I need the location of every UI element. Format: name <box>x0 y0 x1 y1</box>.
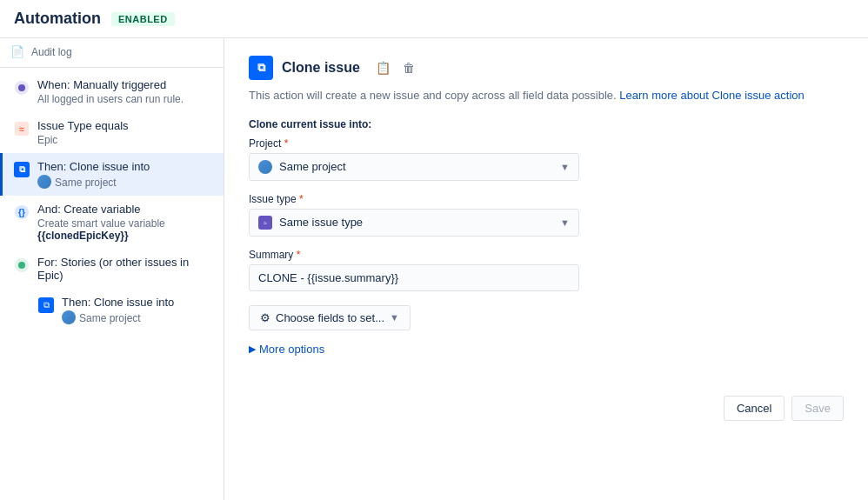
detail-header-actions: 📋 🗑 <box>372 59 418 77</box>
sidebar-item-sub2: {{clonedEpicKey}} <box>37 230 213 242</box>
section-title: Clone current issue into: <box>249 118 844 130</box>
sidebar-item-title: For: Stories (or other issues in Epic) <box>37 256 213 282</box>
delete-button[interactable]: 🗑 <box>399 59 418 77</box>
cancel-button[interactable]: Cancel <box>724 396 785 421</box>
detail-footer: Cancel Save <box>249 389 844 421</box>
svg-text:≈: ≈ <box>264 220 267 226</box>
chevron-down-icon: ▼ <box>560 217 570 228</box>
svg-text:≈: ≈ <box>19 124 24 134</box>
choose-fields-button[interactable]: ⚙ Choose fields to set... ▼ <box>249 305 411 330</box>
chevron-right-icon: ▶ <box>249 343 256 355</box>
gear-icon: ⚙ <box>260 311 270 324</box>
sidebar-item-sub: Create smart value variable <box>37 217 213 230</box>
sidebar-item-title: When: Manually triggered <box>37 78 213 91</box>
sidebar-item-title: Then: Clone issue into <box>62 296 213 309</box>
sidebar-item-audit-log[interactable]: 📄 Audit log <box>0 38 224 63</box>
app-title: Automation <box>14 10 101 28</box>
project-select[interactable]: Same project ▼ <box>249 153 579 181</box>
clone-nested-icon: ⧉ <box>37 297 55 314</box>
more-options-button[interactable]: ▶ More options <box>249 341 324 357</box>
clone-section: Clone current issue into: Project * Same… <box>249 118 844 375</box>
sidebar-item-when-manually[interactable]: When: Manually triggered All logged in u… <box>0 71 224 112</box>
audit-icon: 📄 <box>10 45 24 58</box>
detail-description: This action will create a new issue and … <box>249 87 844 104</box>
top-bar: Automation ENABLED <box>0 0 868 38</box>
sidebar-item-title: Then: Clone issue into <box>37 160 213 173</box>
globe-icon <box>37 175 51 189</box>
for-icon <box>13 257 30 274</box>
detail-title: Clone issue <box>282 60 360 76</box>
sidebar-item-title: Issue Type equals <box>37 119 213 132</box>
summary-label: Summary * <box>249 249 844 261</box>
summary-input[interactable] <box>249 264 579 291</box>
main-content: 📄 Audit log When: Manually triggered All… <box>0 38 868 500</box>
issue-type-icon: ≈ <box>13 120 30 137</box>
sidebar-item-clone-active[interactable]: ⧉ Then: Clone issue into Same project <box>0 153 224 196</box>
trigger-icon <box>13 79 30 97</box>
sidebar-item-sub: Same project <box>55 177 117 189</box>
detail-panel: ⧉ Clone issue 📋 🗑 This action will creat… <box>224 38 868 500</box>
svg-text:{}: {} <box>18 208 25 217</box>
sidebar-item-clone-nested[interactable]: ⧉ Then: Clone issue into Same project <box>24 289 224 331</box>
sidebar-item-sub: Same project <box>79 312 141 324</box>
project-label: Project * <box>249 137 844 150</box>
sidebar-item-issue-type[interactable]: ≈ Issue Type equals Epic <box>0 112 224 153</box>
copy-button[interactable]: 📋 <box>372 59 394 77</box>
sidebar-item-for-stories[interactable]: For: Stories (or other issues in Epic) <box>0 249 224 289</box>
status-badge: ENABLED <box>111 12 175 26</box>
svg-point-7 <box>18 262 25 269</box>
save-button[interactable]: Save <box>791 396 844 421</box>
sidebar-item-sub: Epic <box>37 134 213 146</box>
sidebar-item-label: Audit log <box>31 46 72 58</box>
globe-icon-nested <box>62 310 76 324</box>
issue-type-select[interactable]: ≈ Same issue type ▼ <box>249 209 579 237</box>
chevron-down-icon: ▼ <box>560 162 570 172</box>
chevron-down-icon: ▼ <box>390 312 399 323</box>
sidebar-item-title: And: Create variable <box>37 203 213 216</box>
sidebar-item-create-variable[interactable]: {} And: Create variable Create smart val… <box>0 196 224 249</box>
learn-more-link[interactable]: Learn more about Clone issue action <box>619 89 804 102</box>
globe-icon-project <box>258 160 272 174</box>
detail-header-icon: ⧉ <box>249 56 273 80</box>
issue-type-label: Issue type * <box>249 193 844 205</box>
variable-icon: {} <box>13 203 30 221</box>
sidebar-item-sub: All logged in users can run rule. <box>37 93 213 105</box>
svg-point-1 <box>18 84 25 91</box>
clone-icon: ⧉ <box>13 161 30 178</box>
detail-header: ⧉ Clone issue 📋 🗑 <box>249 56 844 80</box>
issue-type-icon-select: ≈ <box>258 216 272 230</box>
sidebar: 📄 Audit log When: Manually triggered All… <box>0 38 224 500</box>
